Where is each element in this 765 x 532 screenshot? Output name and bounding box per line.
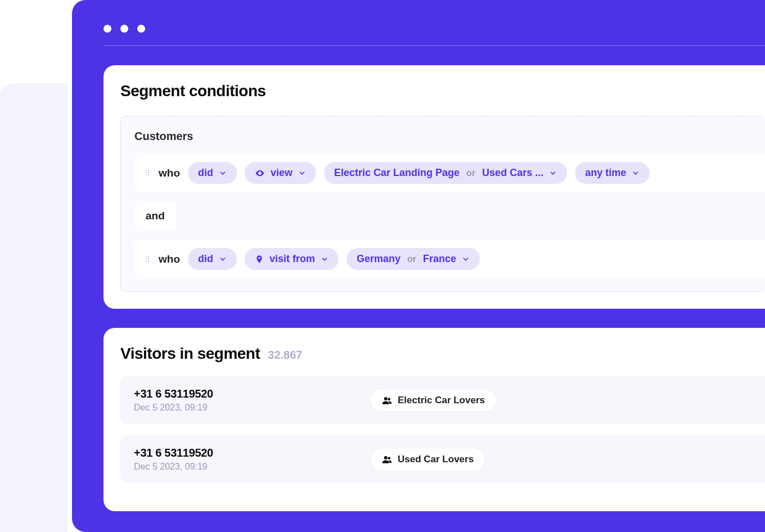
location-pin-icon — [255, 254, 264, 264]
condition-row: ⠿ who did visit from — [134, 240, 765, 278]
visitor-row[interactable]: +31 6 53119520 Dec 5 2023, 09:19 Electri… — [120, 376, 765, 424]
target-b-label: France — [423, 253, 456, 265]
chevron-down-icon — [632, 169, 640, 177]
chevron-down-icon — [219, 169, 227, 177]
chevron-down-icon — [462, 255, 470, 263]
segment-conditions-title: Segment conditions — [120, 82, 765, 100]
visitors-count: 32.867 — [268, 349, 302, 362]
visitor-phone: +31 6 53119520 — [134, 447, 370, 459]
svg-point-0 — [259, 172, 261, 174]
did-label: did — [198, 253, 213, 265]
svg-point-1 — [384, 397, 388, 400]
drag-handle-icon[interactable]: ⠿ — [145, 169, 151, 177]
visitors-card: Visitors in segment 32.867 +31 6 5311952… — [104, 328, 765, 511]
visitor-phone: +31 6 53119520 — [134, 387, 370, 400]
svg-point-3 — [384, 456, 388, 459]
did-selector[interactable]: did — [188, 162, 237, 184]
group-label: Customers — [134, 130, 765, 143]
window-dot-maximize[interactable] — [137, 25, 145, 33]
visitor-tag[interactable]: Electric Car Lovers — [370, 389, 497, 412]
time-label: any time — [585, 167, 626, 179]
visitors-header: Visitors in segment 32.867 — [120, 345, 765, 363]
target-selector[interactable]: Electric Car Landing Page or Used Cars .… — [324, 162, 567, 184]
visitor-date: Dec 5 2023, 09:19 — [134, 462, 370, 472]
target-join: or — [406, 254, 417, 264]
action-selector[interactable]: visit from — [245, 248, 339, 270]
target-selector[interactable]: Germany or France — [346, 248, 480, 270]
window-controls — [104, 25, 765, 33]
visitor-tag-label: Electric Car Lovers — [398, 395, 485, 406]
visitor-tag-label: Used Car Lovers — [398, 454, 474, 465]
time-selector[interactable]: any time — [575, 162, 650, 184]
condition-row: ⠿ who did view — [134, 154, 765, 192]
target-b-label: Used Cars ... — [482, 167, 543, 179]
drag-handle-icon[interactable]: ⠿ — [145, 255, 151, 263]
window-dot-minimize[interactable] — [120, 25, 128, 33]
browser-window: Segment conditions Customers ⠿ who did v — [72, 0, 765, 532]
visitor-info: +31 6 53119520 Dec 5 2023, 09:19 — [134, 387, 370, 413]
visitor-tag[interactable]: Used Car Lovers — [370, 448, 485, 471]
condition-prefix: who — [159, 167, 180, 179]
chevron-down-icon — [321, 255, 328, 263]
visitor-row[interactable]: +31 6 53119520 Dec 5 2023, 09:19 Used Ca… — [120, 435, 765, 483]
visitor-date: Dec 5 2023, 09:19 — [134, 403, 370, 413]
connector-and[interactable]: and — [134, 203, 176, 229]
action-label: view — [271, 167, 292, 179]
action-label: visit from — [269, 253, 315, 265]
target-a-label: Germany — [357, 253, 400, 265]
action-selector[interactable]: view — [245, 162, 316, 184]
eye-icon — [255, 168, 265, 178]
visitor-info: +31 6 53119520 Dec 5 2023, 09:19 — [134, 447, 370, 472]
svg-point-4 — [388, 457, 391, 459]
did-selector[interactable]: did — [188, 248, 237, 270]
did-label: did — [198, 167, 213, 179]
users-icon — [382, 456, 392, 463]
chevron-down-icon — [219, 255, 227, 263]
window-dot-close[interactable] — [104, 25, 111, 33]
backdrop-card — [0, 83, 68, 532]
svg-point-2 — [388, 398, 391, 400]
target-a-label: Electric Car Landing Page — [334, 167, 460, 179]
visitors-title: Visitors in segment — [120, 345, 260, 363]
conditions-box: Customers ⠿ who did view — [120, 116, 765, 292]
window-divider — [104, 45, 765, 46]
target-join: or — [465, 168, 476, 178]
chevron-down-icon — [298, 169, 306, 177]
users-icon — [382, 396, 392, 404]
chevron-down-icon — [549, 169, 557, 177]
condition-prefix: who — [159, 253, 180, 265]
segment-conditions-card: Segment conditions Customers ⠿ who did v — [104, 65, 765, 309]
